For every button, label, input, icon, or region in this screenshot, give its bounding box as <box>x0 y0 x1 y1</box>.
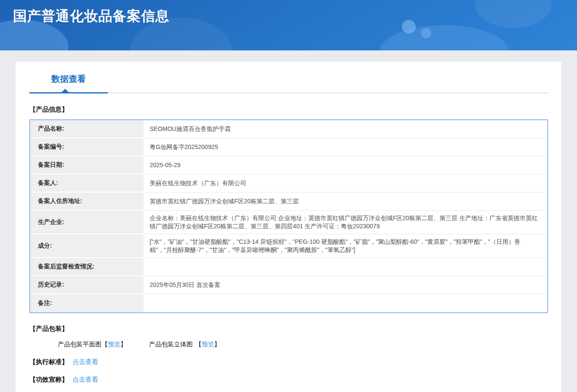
standards-line: 【执行标准】点击查看 <box>29 358 548 366</box>
page-banner: 国产普通化妆品备案信息 <box>0 0 577 50</box>
table-row: 备案人住所地址:英德市英红镇广德园万洋众创城F区20栋第二层、第三层 <box>30 193 547 211</box>
row-label: 成分: <box>30 234 144 258</box>
row-value <box>144 294 547 312</box>
tab-active-indicator <box>62 89 69 92</box>
row-value: 2025年05月30日 首次备案 <box>144 276 547 294</box>
product-info-table: 产品名称:SEOMOU施遇百合香氛护手霜备案编号:粤G妆网备字202520092… <box>29 119 548 313</box>
standards-label: 【执行标准】 <box>29 358 68 365</box>
tab-underline <box>29 92 548 93</box>
efficacy-line: 【功效宣称】点击查看 <box>29 376 548 384</box>
tab-bar: 数据查看 <box>29 73 548 93</box>
packaging-flat-preview-link[interactable]: 预览 <box>108 341 120 348</box>
packaging-flat-label: 产品包装平面图 <box>58 341 102 348</box>
table-row: 备案编号:粤G妆网备字2025200925 <box>30 138 547 156</box>
table-row: 备案后监督检查情况: <box>30 258 547 276</box>
row-value: SEOMOU施遇百合香氛护手霜 <box>144 120 547 138</box>
packaging-section-title: 【产品包装】 <box>29 325 548 333</box>
row-label: 备案日期: <box>30 156 144 174</box>
row-label: 备注: <box>30 294 144 312</box>
table-row: 备注: <box>30 294 547 312</box>
bracket-close: 】 <box>120 341 127 348</box>
row-value: 粤G妆网备字2025200925 <box>144 138 547 156</box>
packaging-3d-label: 产品包装立体图 <box>149 341 193 348</box>
tab-active-underline <box>29 92 108 93</box>
bracket-open: 【 <box>102 341 108 348</box>
packaging-line: 产品包装平面图【预览】 产品包装立体图【预览】 <box>58 340 548 348</box>
packaging-item-flat: 产品包装平面图【预览】 <box>58 341 127 348</box>
row-value: 美丽在线生物技术（广东）有限公司 <box>144 174 547 193</box>
table-row: 产品名称:SEOMOU施遇百合香氛护手霜 <box>30 120 547 138</box>
row-label: 产品名称: <box>30 120 144 138</box>
tab-data-view[interactable]: 数据查看 <box>29 73 108 92</box>
bracket-open: 【 <box>195 341 202 348</box>
packaging-3d-preview-link[interactable]: 预览 <box>202 341 214 348</box>
efficacy-view-link[interactable]: 点击查看 <box>72 376 98 383</box>
table-row: 备案日期:2025-05-29 <box>30 156 547 174</box>
row-value: 英德市英红镇广德园万洋众创城F区20栋第二层、第三层 <box>144 193 547 211</box>
row-label: 备案人: <box>30 174 144 193</box>
product-info-section-title: 【产品信息】 <box>29 106 548 114</box>
row-label: 备案编号: <box>30 138 144 156</box>
table-row: 成分:["水"，"矿油"，"甘油硬脂酸酯"，"C13-14 异链烷烃"，"PEG… <box>30 234 547 258</box>
row-label: 备案人住所地址: <box>30 193 144 211</box>
page-title: 国产普通化妆品备案信息 <box>0 0 577 26</box>
standards-view-link[interactable]: 点击查看 <box>72 358 98 365</box>
packaging-item-3d: 产品包装立体图【预览】 <box>149 341 221 348</box>
row-label: 备案后监督检查情况: <box>30 258 144 276</box>
efficacy-label: 【功效宣称】 <box>29 376 68 383</box>
row-label: 生产企业: <box>30 211 144 234</box>
row-label: 历史记录: <box>30 276 144 294</box>
row-value: 2025-05-29 <box>144 156 547 174</box>
content-card: 数据查看 【产品信息】 产品名称:SEOMOU施遇百合香氛护手霜备案编号:粤G妆… <box>16 62 561 392</box>
bracket-close: 】 <box>214 341 221 348</box>
table-row: 生产企业:企业名称：美丽在线生物技术（广东）有限公司 企业地址：英德市英红镇广德… <box>30 211 547 234</box>
table-row: 历史记录:2025年05月30日 首次备案 <box>30 276 547 294</box>
row-value: ["水"，"矿油"，"甘油硬脂酸酯"，"C13-14 异链烷烃"，"PEG-10… <box>144 234 547 258</box>
row-value <box>144 258 547 276</box>
table-row: 备案人:美丽在线生物技术（广东）有限公司 <box>30 174 547 193</box>
row-value: 企业名称：美丽在线生物技术（广东）有限公司 企业地址：英德市英红镇广德园万洋众创… <box>144 211 547 234</box>
